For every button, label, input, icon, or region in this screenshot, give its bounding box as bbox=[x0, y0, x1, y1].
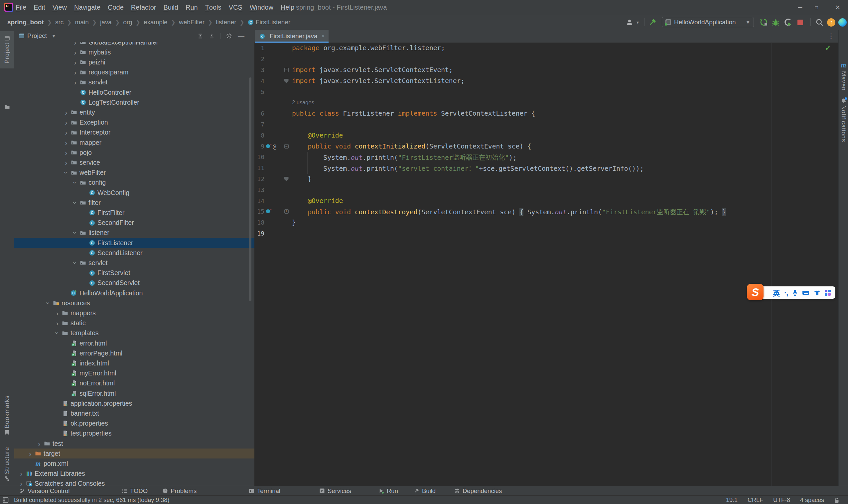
menu-navigate[interactable]: Navigate bbox=[70, 0, 104, 15]
tree-item-target[interactable]: ›target bbox=[14, 449, 254, 458]
tree-item-servlet[interactable]: ›servlet bbox=[14, 258, 254, 268]
override-gutter-icon[interactable]: ↑ bbox=[266, 144, 272, 149]
tree-item-ok-properties[interactable]: ok.properties bbox=[14, 419, 254, 429]
tool-window-button-build[interactable]: Build bbox=[414, 486, 436, 496]
tree-item-error-html[interactable]: Herror.html bbox=[14, 338, 254, 348]
menu-vcs[interactable]: VCS bbox=[225, 0, 246, 15]
tree-item-pojo[interactable]: ›pojo bbox=[14, 147, 254, 158]
ime-keyboard-icon[interactable] bbox=[802, 290, 810, 295]
line-ending[interactable]: CRLF bbox=[748, 497, 763, 504]
chevron-collapsed-icon[interactable]: › bbox=[62, 149, 71, 156]
tree-item-requestparam[interactable]: ›requestparam bbox=[14, 68, 254, 77]
usages-hint[interactable]: 2 usages bbox=[292, 99, 314, 106]
menu-help[interactable]: Help bbox=[277, 0, 298, 15]
tree-item-entity[interactable]: ›entity bbox=[14, 107, 254, 117]
tree-item-sqlerror-html[interactable]: HsqlError.html bbox=[14, 389, 254, 398]
close-tab-icon[interactable]: × bbox=[322, 33, 325, 39]
tree-item-firstservlet[interactable]: CFirstServlet bbox=[14, 268, 254, 278]
gear-icon[interactable] bbox=[226, 33, 232, 39]
tool-window-button-structure[interactable]: Structure bbox=[0, 447, 14, 490]
chevron-expanded-icon[interactable]: › bbox=[53, 329, 62, 337]
tool-window-button-run[interactable]: Run bbox=[378, 486, 398, 496]
tree-item-index-html[interactable]: Hindex.html bbox=[14, 358, 254, 368]
tree-item-pom-xml[interactable]: mpom.xml bbox=[14, 458, 254, 468]
ime-lang-toggle[interactable]: 英 bbox=[773, 288, 780, 298]
tree-item-scratches-and-consoles[interactable]: ›Scratches and Consoles bbox=[14, 479, 254, 486]
chevron-collapsed-icon[interactable]: › bbox=[70, 79, 80, 86]
menu-build[interactable]: Build bbox=[160, 0, 181, 15]
tree-item-mappers[interactable]: ›mappers bbox=[14, 308, 254, 318]
tree-item-firstfilter[interactable]: CFirstFilter bbox=[14, 208, 254, 218]
tree-item-config[interactable]: ›config bbox=[14, 178, 254, 188]
tree-item-logtestcontroller[interactable]: CLogTestController bbox=[14, 97, 254, 107]
tree-item-secondservlet[interactable]: CSecondServlet bbox=[14, 278, 254, 288]
project-scrollbar[interactable] bbox=[249, 77, 252, 301]
hide-panel-button[interactable]: — bbox=[238, 32, 244, 40]
rerun-button[interactable] bbox=[760, 15, 768, 30]
tree-item-helloworldapplication[interactable]: CHelloWorldApplication bbox=[14, 288, 254, 298]
tool-window-button-version-control[interactable]: Version Control bbox=[19, 486, 69, 496]
tree-item-service[interactable]: ›service bbox=[14, 158, 254, 167]
run-configuration-select[interactable]: HelloWorldApplication ▼ bbox=[662, 17, 754, 27]
tree-item-templates[interactable]: ›templates bbox=[14, 328, 254, 338]
tab-firstlistener[interactable]: C FirstListener.java × bbox=[255, 30, 329, 42]
menu-tools[interactable]: Tools bbox=[202, 0, 225, 15]
chevron-collapsed-icon[interactable]: › bbox=[25, 450, 35, 457]
chevron-collapsed-icon[interactable]: › bbox=[70, 49, 80, 56]
chevron-collapsed-icon[interactable]: › bbox=[62, 109, 71, 116]
tree-item-secondlistener[interactable]: CSecondListener bbox=[14, 248, 254, 258]
menu-refactor[interactable]: Refactor bbox=[127, 0, 160, 15]
menu-view[interactable]: View bbox=[49, 0, 70, 15]
fold-collapse-icon[interactable]: − bbox=[284, 68, 289, 72]
tree-item-noerror-html[interactable]: HnoError.html bbox=[14, 378, 254, 389]
code-editor[interactable]: 1package org.example.webFilter.listener;… bbox=[254, 43, 838, 239]
tool-window-button-services[interactable]: Services bbox=[319, 486, 351, 496]
tree-item-webfilter[interactable]: ›webFilter bbox=[14, 168, 254, 178]
fold-end-icon[interactable] bbox=[284, 177, 289, 181]
tree-item-mapper[interactable]: ›mapper bbox=[14, 138, 254, 147]
chevron-collapsed-icon[interactable]: › bbox=[17, 470, 26, 477]
tree-item-exception[interactable]: ›Exception bbox=[14, 118, 254, 128]
tool-window-button-project[interactable]: Project bbox=[0, 31, 14, 69]
chevron-expanded-icon[interactable]: › bbox=[70, 259, 80, 267]
indent-size[interactable]: 4 spaces bbox=[800, 497, 824, 504]
tree-item-filter[interactable]: ›filter bbox=[14, 198, 254, 208]
ide-update-button[interactable]: ↑ bbox=[827, 15, 835, 30]
ime-microphone-icon[interactable] bbox=[792, 289, 798, 296]
chevron-expanded-icon[interactable]: › bbox=[44, 300, 53, 307]
tool-window-button-maven[interactable]: m Maven bbox=[839, 61, 848, 98]
tree-item-static[interactable]: ›static bbox=[14, 318, 254, 328]
menu-code[interactable]: Code bbox=[104, 0, 127, 15]
chevron-expanded-icon[interactable]: › bbox=[70, 179, 80, 186]
tree-item-external-libraries[interactable]: ›External Libraries bbox=[14, 469, 254, 479]
tab-options-kebab-icon[interactable]: ⋮ bbox=[828, 32, 834, 40]
tree-item-webconfig[interactable]: CWebConfig bbox=[14, 188, 254, 198]
tree-item-peizhi[interactable]: ›peizhi bbox=[14, 57, 254, 67]
tree-item-listener[interactable]: ›listener bbox=[14, 228, 254, 238]
close-button[interactable]: × bbox=[830, 0, 846, 15]
tool-window-button-todo[interactable]: TODO bbox=[122, 486, 148, 496]
project-panel-header[interactable]: Project ▼ — bbox=[14, 30, 254, 42]
tree-item-test-properties[interactable]: test.properties bbox=[14, 429, 254, 438]
tool-window-switcher-icon[interactable] bbox=[3, 497, 8, 503]
profiler-button[interactable] bbox=[783, 15, 792, 30]
project-view-selector[interactable]: Project bbox=[27, 32, 47, 39]
tool-window-button-notifications[interactable]: Notifications bbox=[839, 98, 848, 155]
chevron-collapsed-icon[interactable]: › bbox=[17, 480, 26, 486]
tree-item-hellocontroller[interactable]: CHelloController bbox=[14, 87, 254, 97]
tree-item-mybatis[interactable]: ›mybatis bbox=[14, 47, 254, 57]
chevron-collapsed-icon[interactable]: › bbox=[62, 129, 71, 136]
fold-collapse-icon[interactable]: − bbox=[284, 144, 289, 148]
lock-icon[interactable] bbox=[834, 497, 840, 503]
fold-expand-icon[interactable]: + bbox=[284, 209, 289, 214]
override-gutter-icon[interactable]: ↑ bbox=[266, 209, 272, 214]
tool-window-button-problems[interactable]: Problems bbox=[162, 486, 196, 496]
tool-window-button-terminal[interactable]: Terminal bbox=[249, 486, 280, 496]
file-encoding[interactable]: UTF-8 bbox=[773, 497, 790, 504]
tree-item-firstlistener[interactable]: CFirstListener bbox=[14, 238, 254, 248]
profile-button[interactable]: ▾ bbox=[626, 15, 639, 30]
select-opened-file-icon[interactable] bbox=[197, 33, 203, 39]
ime-skin-icon[interactable] bbox=[814, 290, 820, 296]
tool-window-button-dependencies[interactable]: Dependencies bbox=[454, 486, 502, 496]
menu-edit[interactable]: Edit bbox=[30, 0, 49, 15]
